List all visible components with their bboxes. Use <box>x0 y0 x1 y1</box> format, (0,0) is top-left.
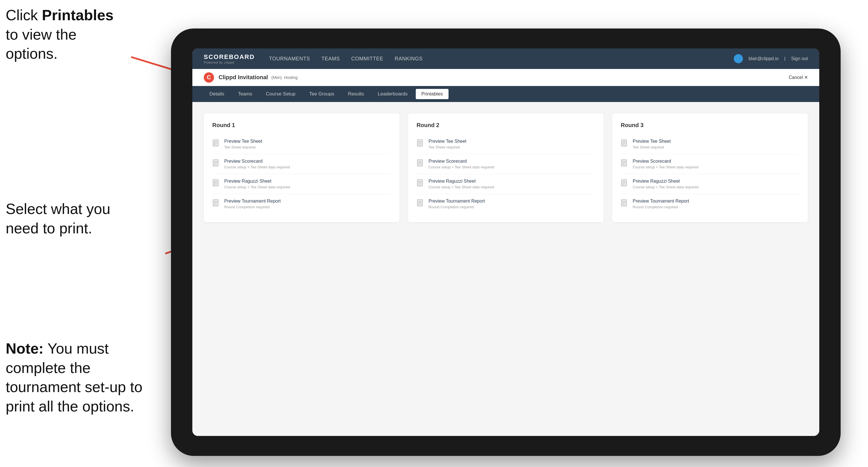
sub-nav: Details Teams Course Setup Tee Groups Re… <box>192 86 819 102</box>
round2-raguzzi-text: Preview Raguzzi Sheet Course setup + Tee… <box>429 179 494 189</box>
tee-sheet-icon <box>212 139 220 149</box>
raguzzi-icon <box>212 179 220 188</box>
round2-tee-sheet-title: Preview Tee Sheet <box>429 139 466 144</box>
tab-leaderboards[interactable]: Leaderboards <box>372 89 413 99</box>
round1-scorecard-title: Preview Scorecard <box>224 159 290 164</box>
round2-tee-sheet[interactable]: Preview Tee Sheet Tee Sheet required <box>416 134 595 154</box>
round2-tournament-report-subtitle: Round Completion required <box>429 205 485 209</box>
tournament-bar: C Clippd Invitational (Men) Hosting Canc… <box>192 69 819 86</box>
rounds-grid: Round 1 Preview Tee Sheet <box>204 114 808 222</box>
round3-raguzzi-subtitle: Course setup + Tee Sheet data required <box>632 185 699 189</box>
round2-scorecard-subtitle: Course setup + Tee Sheet data required <box>429 165 494 169</box>
round2-tournament-report[interactable]: Preview Tournament Report Round Completi… <box>416 194 595 214</box>
round3-tee-sheet[interactable]: Preview Tee Sheet Tee Sheet required <box>621 134 799 154</box>
top-nav-links: TOURNAMENTS TEAMS COMMITTEE RANKINGS <box>269 55 734 63</box>
round1-raguzzi-subtitle: Course setup + Tee Sheet data required <box>224 185 290 189</box>
top-nav: SCOREBOARD Powered by clippd TOURNAMENTS… <box>192 49 819 69</box>
main-content: Round 1 Preview Tee Sheet <box>192 102 819 436</box>
scorecard-icon <box>212 159 220 168</box>
round1-tee-sheet-title: Preview Tee Sheet <box>224 139 262 144</box>
round3-scorecard-subtitle: Course setup + Tee Sheet data required <box>632 165 699 169</box>
round2-raguzzi-title: Preview Raguzzi Sheet <box>429 179 494 184</box>
tab-course-setup[interactable]: Course Setup <box>260 89 301 99</box>
sign-out-link[interactable]: Sign out <box>791 56 808 61</box>
r2-scorecard-icon <box>416 159 425 168</box>
round1-tournament-report-title: Preview Tournament Report <box>224 198 281 204</box>
round2-tee-sheet-subtitle: Tee Sheet required <box>429 145 466 149</box>
cancel-button[interactable]: Cancel ✕ <box>789 75 808 80</box>
nav-teams[interactable]: TEAMS <box>321 55 340 63</box>
round2-tee-sheet-text: Preview Tee Sheet Tee Sheet required <box>429 139 466 149</box>
r2-raguzzi-icon <box>416 179 425 188</box>
round1-raguzzi[interactable]: Preview Raguzzi Sheet Course setup + Tee… <box>212 174 391 194</box>
tab-printables[interactable]: Printables <box>416 89 449 99</box>
round1-tournament-report-subtitle: Round Completion required <box>224 205 281 209</box>
round1-tee-sheet-subtitle: Tee Sheet required <box>224 145 262 149</box>
round-1-section: Round 1 Preview Tee Sheet <box>204 114 400 222</box>
round2-raguzzi[interactable]: Preview Raguzzi Sheet Course setup + Tee… <box>416 174 595 194</box>
round1-tournament-report[interactable]: Preview Tournament Report Round Completi… <box>212 194 391 214</box>
annotation-bottom: Note: You must complete the tournament s… <box>6 339 148 416</box>
round3-scorecard-title: Preview Scorecard <box>632 159 699 164</box>
hosting-badge: Hosting <box>284 75 298 80</box>
r2-tee-sheet-icon <box>416 139 425 149</box>
tournament-report-icon <box>212 199 220 208</box>
round1-raguzzi-text: Preview Raguzzi Sheet Course setup + Tee… <box>224 179 290 189</box>
round-1-title: Round 1 <box>212 122 391 128</box>
nav-rankings[interactable]: RANKINGS <box>395 55 423 63</box>
round3-scorecard[interactable]: Preview Scorecard Course setup + Tee She… <box>621 154 799 174</box>
round3-raguzzi-title: Preview Raguzzi Sheet <box>632 179 699 184</box>
annotation-top: Click Printables to view the options. <box>6 6 120 64</box>
user-avatar <box>734 54 743 63</box>
tab-details[interactable]: Details <box>204 89 230 99</box>
round3-tee-sheet-text: Preview Tee Sheet Tee Sheet required <box>632 139 671 149</box>
nav-tournaments[interactable]: TOURNAMENTS <box>269 55 310 63</box>
tab-teams[interactable]: Teams <box>232 89 258 99</box>
top-nav-right: blair@clippd.io | Sign out <box>734 54 808 63</box>
separator: | <box>784 56 785 61</box>
round3-scorecard-text: Preview Scorecard Course setup + Tee She… <box>632 159 699 169</box>
round-3-section: Round 3 Preview Tee Sheet Tee Sheet requ… <box>612 114 808 222</box>
round2-scorecard-text: Preview Scorecard Course setup + Tee She… <box>429 159 494 169</box>
round1-tee-sheet-text: Preview Tee Sheet Tee Sheet required <box>224 139 262 149</box>
tablet: SCOREBOARD Powered by clippd TOURNAMENTS… <box>171 29 841 456</box>
round2-tournament-report-text: Preview Tournament Report Round Completi… <box>429 198 485 209</box>
round3-tournament-report[interactable]: Preview Tournament Report Round Completi… <box>621 194 799 214</box>
round1-scorecard-subtitle: Course setup + Tee Sheet data required <box>224 165 290 169</box>
round3-tee-sheet-subtitle: Tee Sheet required <box>632 145 671 149</box>
tab-tee-groups[interactable]: Tee Groups <box>304 89 340 99</box>
scoreboard-logo: SCOREBOARD Powered by clippd <box>204 53 255 64</box>
tab-results[interactable]: Results <box>342 89 370 99</box>
tournament-logo: C <box>204 72 214 83</box>
tournament-tag: (Men) <box>271 75 282 80</box>
scoreboard-title: SCOREBOARD <box>204 53 255 61</box>
round-2-title: Round 2 <box>416 122 595 128</box>
annotation-top-bold: Printables <box>42 7 114 23</box>
r3-tournament-report-icon <box>621 199 629 208</box>
round3-raguzzi[interactable]: Preview Raguzzi Sheet Course setup + Tee… <box>621 174 799 194</box>
annotation-middle: Select what you need to print. <box>6 199 120 238</box>
scoreboard-subtitle: Powered by clippd <box>204 61 255 64</box>
r3-tee-sheet-icon <box>621 139 629 149</box>
round1-scorecard[interactable]: Preview Scorecard Course setup + Tee She… <box>212 154 391 174</box>
round-2-section: Round 2 Preview Tee Sheet Tee Sheet requ… <box>408 114 604 222</box>
r3-raguzzi-icon <box>621 179 629 188</box>
round3-tee-sheet-title: Preview Tee Sheet <box>632 139 671 144</box>
tournament-name: Clippd Invitational <box>219 74 268 81</box>
annotation-bottom-bold: Note: <box>6 340 43 357</box>
tablet-screen: SCOREBOARD Powered by clippd TOURNAMENTS… <box>192 49 819 436</box>
round2-tournament-report-title: Preview Tournament Report <box>429 198 485 204</box>
round1-scorecard-text: Preview Scorecard Course setup + Tee She… <box>224 159 290 169</box>
round3-tournament-report-title: Preview Tournament Report <box>632 198 689 204</box>
round3-tournament-report-text: Preview Tournament Report Round Completi… <box>632 198 689 209</box>
round1-raguzzi-title: Preview Raguzzi Sheet <box>224 179 290 184</box>
nav-committee[interactable]: COMMITTEE <box>351 55 383 63</box>
round1-tee-sheet[interactable]: Preview Tee Sheet Tee Sheet required <box>212 134 391 154</box>
round2-scorecard[interactable]: Preview Scorecard Course setup + Tee She… <box>416 154 595 174</box>
r3-scorecard-icon <box>621 159 629 168</box>
round-3-title: Round 3 <box>621 122 799 128</box>
round2-raguzzi-subtitle: Course setup + Tee Sheet data required <box>429 185 494 189</box>
round3-raguzzi-text: Preview Raguzzi Sheet Course setup + Tee… <box>632 179 699 189</box>
round3-tournament-report-subtitle: Round Completion required <box>632 205 689 209</box>
round2-scorecard-title: Preview Scorecard <box>429 159 494 164</box>
